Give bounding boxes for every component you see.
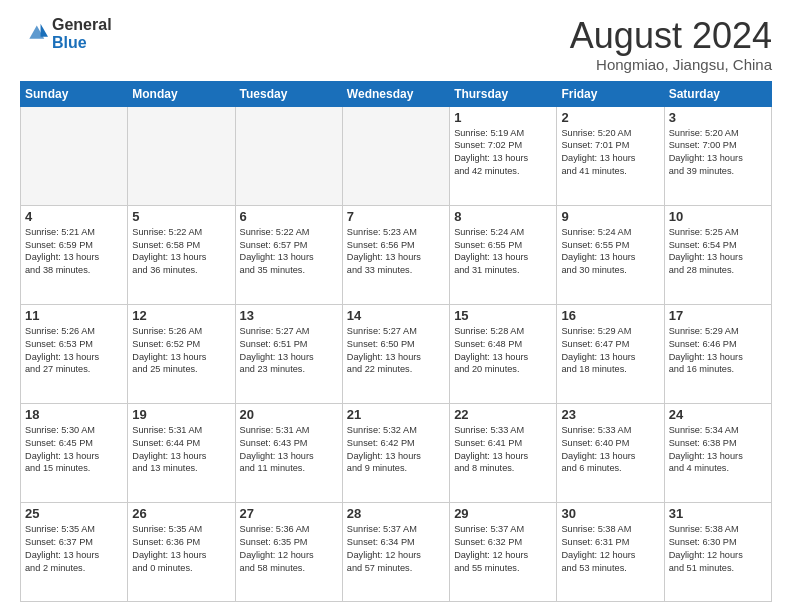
calendar-cell: 6Sunrise: 5:22 AM Sunset: 6:57 PM Daylig… xyxy=(235,205,342,304)
day-info: Sunrise: 5:19 AM Sunset: 7:02 PM Dayligh… xyxy=(454,127,552,179)
day-number: 9 xyxy=(561,209,659,224)
calendar-week-4: 18Sunrise: 5:30 AM Sunset: 6:45 PM Dayli… xyxy=(21,403,772,502)
title-block: August 2024 Hongmiao, Jiangsu, China xyxy=(570,16,772,73)
day-number: 5 xyxy=(132,209,230,224)
day-info: Sunrise: 5:27 AM Sunset: 6:50 PM Dayligh… xyxy=(347,325,445,377)
day-info: Sunrise: 5:20 AM Sunset: 7:01 PM Dayligh… xyxy=(561,127,659,179)
day-info: Sunrise: 5:22 AM Sunset: 6:58 PM Dayligh… xyxy=(132,226,230,278)
weekday-header-friday: Friday xyxy=(557,81,664,106)
day-number: 11 xyxy=(25,308,123,323)
calendar-week-1: 1Sunrise: 5:19 AM Sunset: 7:02 PM Daylig… xyxy=(21,106,772,205)
calendar-cell: 20Sunrise: 5:31 AM Sunset: 6:43 PM Dayli… xyxy=(235,403,342,502)
day-info: Sunrise: 5:25 AM Sunset: 6:54 PM Dayligh… xyxy=(669,226,767,278)
day-number: 14 xyxy=(347,308,445,323)
calendar-cell: 17Sunrise: 5:29 AM Sunset: 6:46 PM Dayli… xyxy=(664,304,771,403)
day-info: Sunrise: 5:30 AM Sunset: 6:45 PM Dayligh… xyxy=(25,424,123,476)
day-info: Sunrise: 5:33 AM Sunset: 6:40 PM Dayligh… xyxy=(561,424,659,476)
day-info: Sunrise: 5:34 AM Sunset: 6:38 PM Dayligh… xyxy=(669,424,767,476)
calendar-cell: 12Sunrise: 5:26 AM Sunset: 6:52 PM Dayli… xyxy=(128,304,235,403)
day-number: 7 xyxy=(347,209,445,224)
day-number: 21 xyxy=(347,407,445,422)
calendar-cell: 1Sunrise: 5:19 AM Sunset: 7:02 PM Daylig… xyxy=(450,106,557,205)
day-info: Sunrise: 5:36 AM Sunset: 6:35 PM Dayligh… xyxy=(240,523,338,575)
day-info: Sunrise: 5:23 AM Sunset: 6:56 PM Dayligh… xyxy=(347,226,445,278)
calendar-cell xyxy=(128,106,235,205)
weekday-header-monday: Monday xyxy=(128,81,235,106)
day-info: Sunrise: 5:35 AM Sunset: 6:37 PM Dayligh… xyxy=(25,523,123,575)
day-info: Sunrise: 5:27 AM Sunset: 6:51 PM Dayligh… xyxy=(240,325,338,377)
day-number: 26 xyxy=(132,506,230,521)
day-number: 30 xyxy=(561,506,659,521)
calendar-cell: 14Sunrise: 5:27 AM Sunset: 6:50 PM Dayli… xyxy=(342,304,449,403)
weekday-header-wednesday: Wednesday xyxy=(342,81,449,106)
day-number: 31 xyxy=(669,506,767,521)
day-number: 29 xyxy=(454,506,552,521)
calendar-cell: 2Sunrise: 5:20 AM Sunset: 7:01 PM Daylig… xyxy=(557,106,664,205)
calendar-cell: 4Sunrise: 5:21 AM Sunset: 6:59 PM Daylig… xyxy=(21,205,128,304)
calendar-cell: 16Sunrise: 5:29 AM Sunset: 6:47 PM Dayli… xyxy=(557,304,664,403)
calendar-table: SundayMondayTuesdayWednesdayThursdayFrid… xyxy=(20,81,772,602)
calendar-cell: 31Sunrise: 5:38 AM Sunset: 6:30 PM Dayli… xyxy=(664,502,771,601)
weekday-header-saturday: Saturday xyxy=(664,81,771,106)
calendar-cell: 24Sunrise: 5:34 AM Sunset: 6:38 PM Dayli… xyxy=(664,403,771,502)
day-number: 19 xyxy=(132,407,230,422)
calendar-cell: 30Sunrise: 5:38 AM Sunset: 6:31 PM Dayli… xyxy=(557,502,664,601)
calendar-cell: 25Sunrise: 5:35 AM Sunset: 6:37 PM Dayli… xyxy=(21,502,128,601)
day-number: 20 xyxy=(240,407,338,422)
logo-text: General Blue xyxy=(52,16,112,51)
day-number: 18 xyxy=(25,407,123,422)
day-number: 28 xyxy=(347,506,445,521)
day-info: Sunrise: 5:37 AM Sunset: 6:32 PM Dayligh… xyxy=(454,523,552,575)
calendar-cell: 18Sunrise: 5:30 AM Sunset: 6:45 PM Dayli… xyxy=(21,403,128,502)
calendar-cell: 27Sunrise: 5:36 AM Sunset: 6:35 PM Dayli… xyxy=(235,502,342,601)
calendar-cell: 10Sunrise: 5:25 AM Sunset: 6:54 PM Dayli… xyxy=(664,205,771,304)
day-info: Sunrise: 5:37 AM Sunset: 6:34 PM Dayligh… xyxy=(347,523,445,575)
day-number: 10 xyxy=(669,209,767,224)
header: General Blue August 2024 Hongmiao, Jiang… xyxy=(20,16,772,73)
calendar-cell: 26Sunrise: 5:35 AM Sunset: 6:36 PM Dayli… xyxy=(128,502,235,601)
day-number: 23 xyxy=(561,407,659,422)
day-info: Sunrise: 5:29 AM Sunset: 6:46 PM Dayligh… xyxy=(669,325,767,377)
logo-icon xyxy=(20,20,48,48)
day-number: 4 xyxy=(25,209,123,224)
calendar-cell: 9Sunrise: 5:24 AM Sunset: 6:55 PM Daylig… xyxy=(557,205,664,304)
month-title: August 2024 xyxy=(570,16,772,56)
calendar-cell: 19Sunrise: 5:31 AM Sunset: 6:44 PM Dayli… xyxy=(128,403,235,502)
calendar-cell: 11Sunrise: 5:26 AM Sunset: 6:53 PM Dayli… xyxy=(21,304,128,403)
day-number: 25 xyxy=(25,506,123,521)
day-info: Sunrise: 5:38 AM Sunset: 6:31 PM Dayligh… xyxy=(561,523,659,575)
page: General Blue August 2024 Hongmiao, Jiang… xyxy=(0,0,792,612)
day-info: Sunrise: 5:29 AM Sunset: 6:47 PM Dayligh… xyxy=(561,325,659,377)
day-info: Sunrise: 5:28 AM Sunset: 6:48 PM Dayligh… xyxy=(454,325,552,377)
day-info: Sunrise: 5:26 AM Sunset: 6:53 PM Dayligh… xyxy=(25,325,123,377)
calendar-cell: 13Sunrise: 5:27 AM Sunset: 6:51 PM Dayli… xyxy=(235,304,342,403)
calendar-week-5: 25Sunrise: 5:35 AM Sunset: 6:37 PM Dayli… xyxy=(21,502,772,601)
day-number: 24 xyxy=(669,407,767,422)
calendar-cell: 3Sunrise: 5:20 AM Sunset: 7:00 PM Daylig… xyxy=(664,106,771,205)
weekday-header-tuesday: Tuesday xyxy=(235,81,342,106)
day-number: 16 xyxy=(561,308,659,323)
day-info: Sunrise: 5:21 AM Sunset: 6:59 PM Dayligh… xyxy=(25,226,123,278)
day-info: Sunrise: 5:38 AM Sunset: 6:30 PM Dayligh… xyxy=(669,523,767,575)
weekday-header-sunday: Sunday xyxy=(21,81,128,106)
day-number: 6 xyxy=(240,209,338,224)
calendar-cell xyxy=(342,106,449,205)
day-number: 17 xyxy=(669,308,767,323)
calendar-cell xyxy=(21,106,128,205)
logo: General Blue xyxy=(20,16,112,51)
calendar-cell: 22Sunrise: 5:33 AM Sunset: 6:41 PM Dayli… xyxy=(450,403,557,502)
day-info: Sunrise: 5:32 AM Sunset: 6:42 PM Dayligh… xyxy=(347,424,445,476)
day-info: Sunrise: 5:35 AM Sunset: 6:36 PM Dayligh… xyxy=(132,523,230,575)
day-number: 8 xyxy=(454,209,552,224)
day-info: Sunrise: 5:24 AM Sunset: 6:55 PM Dayligh… xyxy=(561,226,659,278)
day-number: 12 xyxy=(132,308,230,323)
day-number: 13 xyxy=(240,308,338,323)
calendar-cell: 5Sunrise: 5:22 AM Sunset: 6:58 PM Daylig… xyxy=(128,205,235,304)
day-info: Sunrise: 5:33 AM Sunset: 6:41 PM Dayligh… xyxy=(454,424,552,476)
day-number: 27 xyxy=(240,506,338,521)
day-info: Sunrise: 5:22 AM Sunset: 6:57 PM Dayligh… xyxy=(240,226,338,278)
calendar-week-3: 11Sunrise: 5:26 AM Sunset: 6:53 PM Dayli… xyxy=(21,304,772,403)
calendar-header-row: SundayMondayTuesdayWednesdayThursdayFrid… xyxy=(21,81,772,106)
calendar-week-2: 4Sunrise: 5:21 AM Sunset: 6:59 PM Daylig… xyxy=(21,205,772,304)
calendar-cell: 23Sunrise: 5:33 AM Sunset: 6:40 PM Dayli… xyxy=(557,403,664,502)
